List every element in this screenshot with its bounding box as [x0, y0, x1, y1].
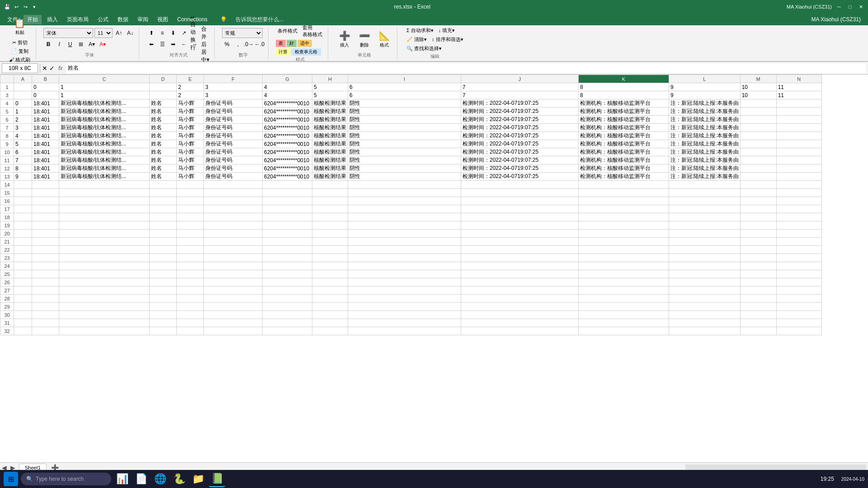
row-num-18[interactable]: 20: [0, 230, 14, 238]
cell-H6[interactable]: 核酸检测结果: [312, 116, 348, 124]
col-G[interactable]: G: [263, 75, 312, 83]
cell-empty-14-5[interactable]: [204, 197, 263, 205]
cell-empty-17-0[interactable]: [14, 221, 32, 230]
cell-L5[interactable]: 注：新冠:陆续上报:本服务由: [669, 108, 741, 116]
cell-L4[interactable]: 注：新冠:陆续上报:本服务由: [669, 99, 741, 108]
row-num-16[interactable]: 18: [0, 213, 14, 221]
cell-D6[interactable]: 姓名: [150, 116, 177, 124]
cell-B4[interactable]: 18:401: [32, 99, 59, 108]
col-H[interactable]: H: [312, 75, 348, 83]
row-num-26[interactable]: 28: [0, 295, 14, 303]
cell-empty-21-3[interactable]: [150, 254, 177, 262]
cell-empty-20-11[interactable]: [669, 246, 741, 254]
cell-K7[interactable]: 检测机构：核酸移动监测平台: [579, 124, 669, 132]
cell-empty-18-13[interactable]: [776, 230, 821, 238]
cell-empty-27-4[interactable]: [177, 303, 204, 311]
cell-D4[interactable]: 姓名: [150, 99, 177, 108]
cell-empty-24-6[interactable]: [263, 278, 312, 286]
cell-empty-15-11[interactable]: [669, 205, 741, 213]
row-num-14[interactable]: 16: [0, 197, 14, 205]
cell-F8[interactable]: 身份证号码: [204, 132, 263, 140]
row-num-3[interactable]: 5: [0, 108, 14, 116]
cell-A9[interactable]: 5: [14, 140, 32, 148]
sort-filter-btn[interactable]: ↕ 排序和筛选▾: [430, 36, 465, 43]
cell-empty-23-0[interactable]: [14, 270, 32, 278]
cell-F5[interactable]: 身份证号码: [204, 108, 263, 116]
cell-empty-23-1[interactable]: [32, 270, 59, 278]
cell-empty-25-9[interactable]: [461, 286, 579, 295]
cell-empty-27-7[interactable]: [312, 303, 348, 311]
cell-M8[interactable]: [740, 132, 776, 140]
cell-G1[interactable]: 4: [263, 83, 312, 91]
cell-G3[interactable]: 4: [263, 91, 312, 99]
copy-button[interactable]: 📄 复制: [9, 47, 30, 55]
cell-empty-29-7[interactable]: [312, 319, 348, 327]
cell-empty-21-7[interactable]: [312, 254, 348, 262]
cell-D10[interactable]: 姓名: [150, 148, 177, 156]
cell-empty-23-6[interactable]: [263, 270, 312, 278]
cell-empty-14-2[interactable]: [59, 197, 150, 205]
cell-empty-28-13[interactable]: [776, 311, 821, 319]
cell-J9[interactable]: 检测时间：2022-04-0719:07:25: [461, 140, 579, 148]
cell-C8[interactable]: 新冠病毒核酸/抗体检测结...: [59, 132, 150, 140]
cell-L13[interactable]: 注：新冠:陆续上报:本服务由: [669, 173, 741, 181]
row-num-6[interactable]: 8: [0, 132, 14, 140]
cell-I7[interactable]: 阴性: [348, 124, 461, 132]
cell-empty-22-7[interactable]: [312, 262, 348, 270]
cell-A4[interactable]: 0: [14, 99, 32, 108]
col-D[interactable]: D: [150, 75, 177, 83]
cell-empty-16-4[interactable]: [177, 213, 204, 221]
cell-empty-30-13[interactable]: [776, 327, 821, 335]
cell-empty-14-8[interactable]: [348, 197, 461, 205]
font-color-button[interactable]: A▾: [98, 39, 108, 49]
cell-empty-28-11[interactable]: [669, 311, 741, 319]
cell-empty-18-6[interactable]: [263, 230, 312, 238]
cell-C5[interactable]: 新冠病毒核酸/抗体检测结...: [59, 108, 150, 116]
cell-empty-30-1[interactable]: [32, 327, 59, 335]
cell-empty-21-1[interactable]: [32, 254, 59, 262]
cell-empty-23-4[interactable]: [177, 270, 204, 278]
cell-D1[interactable]: [150, 83, 177, 91]
cell-I6[interactable]: 阴性: [348, 116, 461, 124]
cell-M5[interactable]: [740, 108, 776, 116]
cell-empty-22-13[interactable]: [776, 262, 821, 270]
cell-empty-12-7[interactable]: [312, 181, 348, 189]
cell-empty-26-8[interactable]: [348, 295, 461, 303]
cell-empty-28-10[interactable]: [579, 311, 669, 319]
cell-empty-15-1[interactable]: [32, 205, 59, 213]
cell-empty-16-8[interactable]: [348, 213, 461, 221]
cell-empty-30-3[interactable]: [150, 327, 177, 335]
cell-L9[interactable]: 注：新冠:陆续上报:本服务由: [669, 140, 741, 148]
cell-empty-27-9[interactable]: [461, 303, 579, 311]
cell-empty-29-4[interactable]: [177, 319, 204, 327]
cell-F3[interactable]: 3: [204, 91, 263, 99]
col-B[interactable]: B: [32, 75, 59, 83]
cell-empty-20-7[interactable]: [312, 246, 348, 254]
cell-empty-17-13[interactable]: [776, 221, 821, 230]
cell-empty-29-12[interactable]: [740, 319, 776, 327]
cell-E1[interactable]: 2: [177, 83, 204, 91]
cell-K12[interactable]: 检测机构：核酸移动监测平台: [579, 164, 669, 173]
cell-empty-19-2[interactable]: [59, 238, 150, 246]
cell-empty-23-7[interactable]: [312, 270, 348, 278]
cell-A8[interactable]: 4: [14, 132, 32, 140]
cell-empty-23-10[interactable]: [579, 270, 669, 278]
cell-empty-26-7[interactable]: [312, 295, 348, 303]
indent-decrease-btn[interactable]: ←: [179, 39, 189, 49]
cell-K3[interactable]: 8: [579, 91, 669, 99]
col-K[interactable]: K: [579, 75, 669, 83]
cell-empty-13-7[interactable]: [312, 189, 348, 197]
cell-B12[interactable]: 18:401: [32, 164, 59, 173]
cell-A3[interactable]: [14, 91, 32, 99]
col-A[interactable]: A: [14, 75, 32, 83]
cell-empty-19-0[interactable]: [14, 238, 32, 246]
cell-J7[interactable]: 检测时间：2022-04-0719:07:25: [461, 124, 579, 132]
cell-empty-16-7[interactable]: [312, 213, 348, 221]
decrease-font-btn[interactable]: A↓: [125, 28, 135, 38]
cell-G5[interactable]: 6204**********0010: [263, 108, 312, 116]
cell-empty-13-10[interactable]: [579, 189, 669, 197]
row-num-21[interactable]: 23: [0, 254, 14, 262]
cell-empty-20-10[interactable]: [579, 246, 669, 254]
cell-L12[interactable]: 注：新冠:陆续上报:本服务由: [669, 164, 741, 173]
cell-empty-30-8[interactable]: [348, 327, 461, 335]
